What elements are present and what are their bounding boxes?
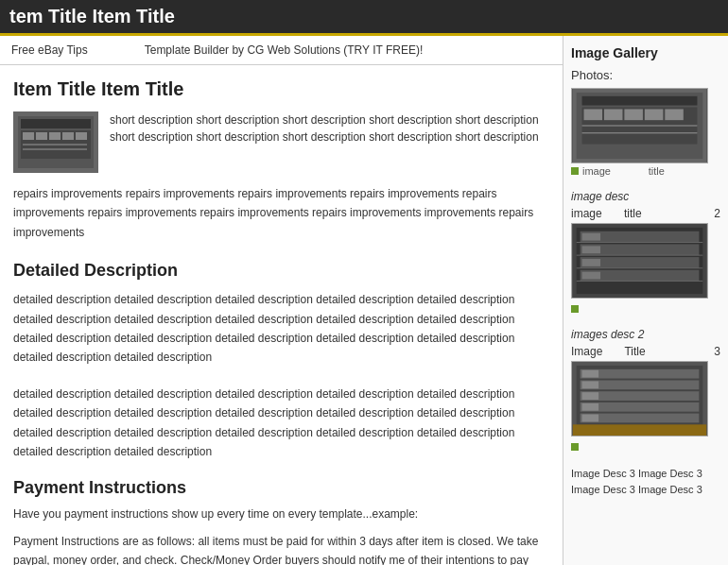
svg-rect-17 <box>645 109 664 120</box>
gallery-dot-1 <box>571 167 579 175</box>
sidebar: Image Gallery Photos: <box>563 36 728 565</box>
gallery-image-3[interactable] <box>571 361 708 437</box>
gallery-item-3-label: Image Title <box>571 345 646 358</box>
title-bar-text: tem Title Item Title <box>9 6 175 26</box>
svg-rect-47 <box>582 415 599 422</box>
svg-rect-45 <box>582 392 599 400</box>
svg-rect-6 <box>62 132 74 140</box>
gallery-image-1[interactable] <box>571 88 708 163</box>
svg-rect-7 <box>76 132 87 140</box>
item-image-thumb <box>13 111 98 173</box>
item-desc-section: short description short description shor… <box>13 111 549 173</box>
main-wrapper: Free eBay Tips Template Builder by CG We… <box>0 36 728 565</box>
detailed-description-title: Detailed Description <box>13 261 549 281</box>
gallery-item-3: images desc 2 Image Title 3 <box>571 328 720 453</box>
svg-rect-18 <box>665 109 684 120</box>
svg-rect-5 <box>49 132 61 140</box>
gallery-dot-3 <box>571 443 579 451</box>
svg-rect-31 <box>582 272 601 280</box>
detail-block-2: detailed description detailed descriptio… <box>13 385 549 462</box>
short-desc-text: short description short description shor… <box>110 111 549 173</box>
svg-rect-16 <box>624 109 643 120</box>
gallery-last-desc: Image Desc 3 Image Desc 3 Image Desc 3 I… <box>571 466 720 497</box>
ebay-tips-label: Free eBay Tips <box>11 43 88 57</box>
svg-rect-44 <box>582 381 599 388</box>
gallery-item-2-desc: image desc <box>571 190 720 203</box>
svg-rect-30 <box>582 259 601 266</box>
svg-rect-48 <box>573 424 706 436</box>
gallery-item-1-label: image title <box>582 165 665 177</box>
svg-rect-46 <box>582 403 599 411</box>
svg-rect-3 <box>23 132 34 140</box>
svg-rect-10 <box>21 119 91 128</box>
payment-details: Payment Instructions are as follows: all… <box>13 533 549 565</box>
svg-rect-4 <box>36 132 47 140</box>
gallery-item-3-num: 3 <box>714 345 720 358</box>
top-bar: Free eBay Tips Template Builder by CG We… <box>0 36 563 65</box>
svg-rect-43 <box>582 370 599 378</box>
gallery-item-2: image desc image title 2 <box>571 190 720 315</box>
gallery-title: Image Gallery <box>571 45 720 60</box>
gallery-item-3-desc: images desc 2 <box>571 328 720 341</box>
gallery-item-1: image title <box>571 88 720 177</box>
detail-block-1: detailed description detailed descriptio… <box>13 290 549 368</box>
title-bar: tem Title Item Title <box>0 0 728 36</box>
svg-rect-29 <box>582 246 601 253</box>
svg-rect-14 <box>584 109 603 120</box>
photos-label: Photos: <box>571 68 720 82</box>
svg-rect-15 <box>604 109 623 120</box>
template-builder-label: Template Builder by CG Web Solutions (TR… <box>145 43 424 57</box>
gallery-dot-2 <box>571 305 579 313</box>
payment-intro: Have you payment instructions show up ev… <box>13 505 549 523</box>
gallery-item-2-num: 2 <box>714 207 720 220</box>
content-col: Free eBay Tips Template Builder by CG We… <box>0 36 563 565</box>
gallery-image-2[interactable] <box>571 223 708 299</box>
main-content: Item Title Item Title <box>0 65 563 565</box>
gallery-item-2-label: image title <box>571 207 642 220</box>
payment-title: Payment Instructions <box>13 478 549 498</box>
repairs-text: repairs improvements repairs improvement… <box>13 184 549 242</box>
svg-rect-21 <box>582 96 698 106</box>
item-title-main: Item Title Item Title <box>13 78 549 100</box>
svg-rect-28 <box>582 233 601 241</box>
